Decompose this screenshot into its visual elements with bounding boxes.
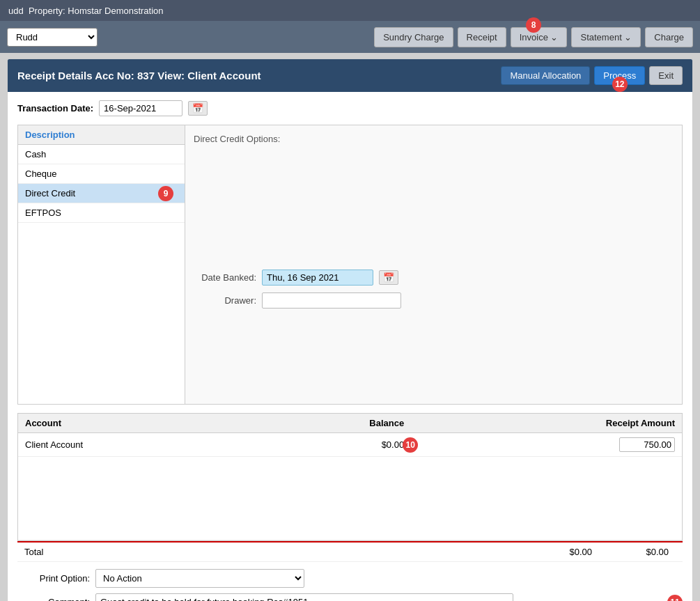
account-dropdown[interactable]: Rudd (7, 28, 98, 47)
dialog-title: Receipt Details Acc No: 837 View: Client… (17, 70, 261, 81)
statement-button[interactable]: Statement ⌄ (571, 27, 641, 47)
toolbar: Rudd 8 Sundry Charge Receipt Invoice ⌄ S… (0, 21, 700, 53)
dialog-header-buttons: Manual Allocation Process 12 Exit (501, 66, 683, 85)
top-bar: udd Property: Homstar Demonstration (0, 0, 700, 21)
step-badge-8: 8 (526, 17, 541, 33)
receipt-button[interactable]: Receipt (458, 27, 506, 47)
print-option-select[interactable]: No Action Print Email (95, 569, 304, 588)
right-panel-title: Direct Credit Options: (194, 134, 674, 144)
balance-cell: $0.00 (252, 433, 411, 457)
direct-credit-panel: Direct Credit Options: Date Banked: 📅 Dr… (185, 125, 682, 404)
date-banked-calendar-icon[interactable]: 📅 (379, 270, 398, 285)
list-item-cheque[interactable]: Cheque (18, 164, 185, 184)
description-header: Description (18, 125, 185, 145)
drawer-input[interactable] (262, 292, 401, 309)
date-banked-input[interactable] (262, 270, 373, 286)
dialog-body: Transaction Date: 📅 Description Cash Che… (8, 92, 692, 601)
exit-button[interactable]: Exit (649, 66, 683, 85)
manual-allocation-button[interactable]: Manual Allocation (501, 66, 590, 85)
total-balance: $0.00 (522, 547, 606, 557)
date-banked-label: Date Banked: (194, 272, 256, 283)
step-badge-9: 9 (158, 186, 173, 201)
total-amount: $0.00 (606, 547, 676, 557)
comment-input[interactable] (95, 593, 513, 601)
receipt-dialog: Receipt Details Acc No: 837 View: Client… (7, 58, 693, 601)
print-option-label: Print Option: (27, 573, 90, 584)
account-cell: Client Account (18, 433, 252, 457)
drawer-label: Drawer: (194, 295, 256, 306)
drawer-row: Drawer: (194, 292, 674, 309)
calendar-icon[interactable]: 📅 (188, 101, 208, 116)
comment-row: Comment: 11 (27, 593, 673, 601)
account-table-wrapper: Account Balance Receipt Amount Client Ac… (17, 413, 683, 541)
transaction-date-input[interactable] (99, 100, 182, 116)
step-badge-10: 10 (403, 437, 418, 453)
transaction-date-label: Transaction Date: (17, 103, 93, 114)
print-option-row: Print Option: No Action Print Email (27, 569, 673, 588)
step-badge-12: 12 (612, 77, 628, 92)
date-banked-row: Date Banked: 📅 (194, 270, 674, 286)
balance-col-header: Balance (252, 414, 411, 433)
list-item-eftpos[interactable]: EFTPOS (18, 203, 185, 223)
top-bar-prefix: udd (8, 6, 24, 16)
total-label: Total (24, 547, 522, 557)
list-item-cash[interactable]: Cash (18, 145, 185, 164)
right-col-content: Direct Credit Options: Date Banked: 📅 Dr… (185, 125, 682, 376)
table-row: Client Account $0.00 10 (18, 433, 682, 457)
account-col-header: Account (18, 414, 252, 433)
top-bar-title: Property: Homstar Demonstration (29, 6, 164, 16)
comment-label: Comment: (27, 597, 90, 601)
list-item-direct-credit[interactable]: Direct Credit 9 (18, 184, 185, 203)
sundry-charge-button[interactable]: Sundry Charge (374, 27, 453, 47)
account-table: Account Balance Receipt Amount Client Ac… (18, 414, 682, 540)
receipt-amount-input[interactable] (619, 437, 675, 452)
transaction-date-row: Transaction Date: 📅 (17, 100, 683, 116)
charge-button[interactable]: Charge (645, 27, 693, 47)
step-badge-11: 11 (667, 595, 683, 602)
receipt-amount-cell: 10 (411, 433, 682, 457)
description-panel: Description Cash Cheque Direct Credit 9 … (18, 125, 185, 404)
two-column-layout: Description Cash Cheque Direct Credit 9 … (17, 125, 683, 405)
receipt-amount-col-header: Receipt Amount (411, 414, 682, 433)
dialog-header: Receipt Details Acc No: 837 View: Client… (8, 59, 692, 92)
bottom-section: Print Option: No Action Print Email Comm… (17, 561, 683, 601)
total-row: Total $0.00 $0.00 (17, 543, 683, 561)
